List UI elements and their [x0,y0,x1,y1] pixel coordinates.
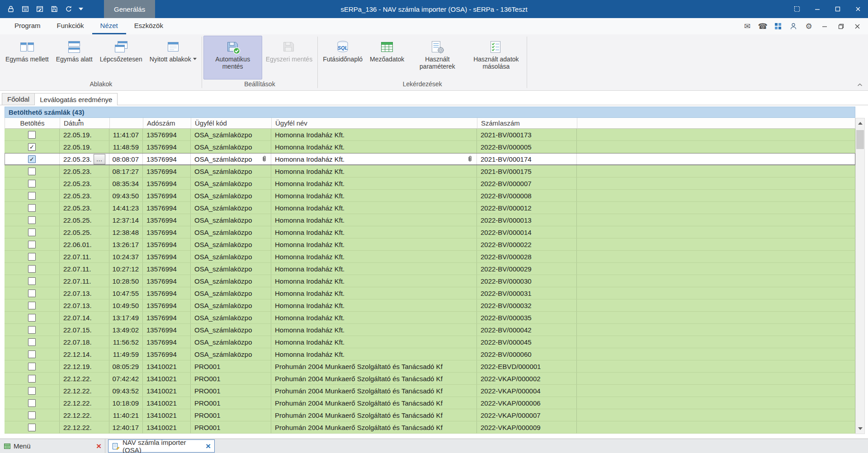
egymas-alatt-button[interactable]: Egymás alatt [52,36,96,79]
tab-fooldal[interactable]: Főoldal [2,93,35,105]
row-checkbox[interactable] [28,375,36,383]
table-row[interactable]: 22.12.22.10:18:0913410021PRO001Prohumán … [5,397,855,409]
table-row[interactable]: ✓22.05.19.11:48:5913576994OSA_számlaközp… [5,141,855,153]
egymas-mellett-button[interactable]: Egymás mellett [2,36,52,79]
mezoadatok-button[interactable]: Mezőadatok [366,36,408,79]
row-checkbox[interactable] [28,290,36,297]
tab-levalogatas-eredmenye[interactable]: Leválogatás eredménye [34,93,118,105]
fit-screen-icon[interactable] [787,0,807,18]
row-checkbox[interactable] [28,216,36,224]
row-options-button[interactable]: … [94,154,105,164]
nyitott-ablakok-button[interactable]: Nyitott ablakok [146,36,200,79]
column-header-adoszam[interactable]: Adószám [143,118,191,129]
close-nav-importer-tab-icon[interactable]: × [206,442,211,450]
maximize-button[interactable] [827,0,848,18]
table-row[interactable]: 22.05.25.12:38:4813576994OSA_számlaközpo… [5,226,855,238]
table-row[interactable]: ✓22.05.23.…08:08:0713576994OSA_számlaköz… [5,153,855,165]
child-restore-button[interactable] [835,21,846,31]
table-row[interactable]: 22.12.19.08:05:2913410021PRO001Prohumán … [5,360,855,373]
column-header-ugyfel-kod[interactable]: Ügyfél kód [191,118,272,129]
table-row[interactable]: 22.06.01.13:26:1713576994OSA_számlaközpo… [5,238,855,251]
generate-button[interactable]: Generálás [104,0,155,18]
table-row[interactable]: 22.07.13.10:47:5513576994OSA_számlaközpo… [5,287,855,299]
close-button[interactable] [848,0,868,18]
table-row[interactable]: 22.07.11.10:24:3713576994OSA_számlaközpo… [5,251,855,263]
row-checkbox[interactable] [28,131,36,139]
row-checkbox[interactable]: ✓ [28,143,36,151]
task-tab-nav-szamla-importer[interactable]: NAV számla importer (OSA) × [108,439,215,453]
row-checkbox[interactable] [28,338,36,346]
table-row[interactable]: 22.12.22.09:43:5213410021PRO001Prohumán … [5,385,855,397]
lock-icon[interactable] [5,3,17,15]
scroll-down-button[interactable] [856,425,864,433]
child-minimize-button[interactable] [819,21,830,31]
close-menu-tab-icon[interactable]: × [96,442,101,450]
menu-tab-eszkozok[interactable]: Eszközök [126,18,171,34]
hasznalt-parameterek-button[interactable]: Használt paraméterek [408,36,467,79]
row-checkbox[interactable] [28,302,36,309]
collapse-ribbon-icon[interactable] [857,83,863,87]
column-header-ugyfel-nev[interactable]: Ügyfél név [272,118,477,129]
table-row[interactable]: 22.05.19.11:41:0713576994OSA_számlaközpo… [5,129,855,141]
row-checkbox[interactable] [28,350,36,358]
app-grid-icon[interactable] [773,21,783,31]
refresh-icon[interactable] [62,3,75,15]
window-list-icon[interactable] [19,3,32,15]
phone-icon[interactable]: ☎ [758,21,768,31]
table-row[interactable]: 22.05.25.12:37:1413576994OSA_számlaközpo… [5,214,855,226]
table-row[interactable]: 22.05.23.09:43:5013576994OSA_számlaközpo… [5,190,855,202]
window-edit-icon[interactable] [33,3,46,15]
row-checkbox[interactable] [28,168,36,175]
table-row[interactable]: 22.12.22.11:40:2113410021PRO001Prohumán … [5,409,855,421]
table-row[interactable]: 22.07.18.11:56:5213576994OSA_számlaközpo… [5,336,855,348]
column-header-betoltes[interactable]: Betöltés [5,118,60,129]
hasznalt-adatok-masolasa-button[interactable]: Használt adatok másolása [467,36,525,79]
task-tab-menu[interactable]: Menü × [0,439,105,453]
save-icon[interactable] [48,3,61,15]
futasidonaplo-button[interactable]: SQL Futásidőnapló [319,36,366,79]
row-checkbox[interactable] [28,241,36,248]
row-checkbox[interactable] [28,204,36,212]
column-header-ido[interactable] [110,118,143,129]
row-checkbox[interactable] [28,265,36,273]
minimize-button[interactable] [807,0,827,18]
scrollbar-thumb[interactable] [856,130,864,149]
table-row[interactable]: 22.07.11.10:27:1213576994OSA_számlaközpo… [5,263,855,275]
user-icon[interactable] [788,21,798,31]
table-row[interactable]: 22.07.15.13:49:0213576994OSA_számlaközpo… [5,324,855,336]
quick-access-dropdown-icon[interactable] [77,3,85,15]
menu-tab-funkciok[interactable]: Funkciók [49,18,92,34]
table-row[interactable]: 22.07.14.13:17:4913576994OSA_számlaközpo… [5,312,855,324]
row-checkbox[interactable] [28,326,36,334]
table-row[interactable]: 22.12.22.12:40:1713410021PRO001Prohumán … [5,421,855,434]
menu-tab-program[interactable]: Program [6,18,49,34]
scroll-up-button[interactable] [856,119,864,127]
vertical-scrollbar[interactable] [855,118,865,434]
row-checkbox[interactable] [28,253,36,261]
table-row[interactable]: 22.05.23.14:41:2313576994OSA_számlaközpo… [5,202,855,214]
automatikus-mentes-button[interactable]: Automatikus mentés [203,36,262,79]
row-checkbox[interactable] [28,180,36,187]
table-row[interactable]: 22.05.23.08:35:3413576994OSA_számlaközpo… [5,177,855,190]
row-checkbox[interactable] [28,192,36,200]
row-checkbox[interactable] [28,229,36,236]
row-checkbox[interactable] [28,399,36,407]
lepcsozetesen-button[interactable]: Lépcsőzetesen [96,36,146,79]
row-checkbox[interactable] [28,424,36,431]
mail-icon[interactable]: ✉ [742,21,752,31]
row-checkbox[interactable] [28,277,36,285]
column-header-szamlaszam[interactable]: Számlaszám [477,118,577,129]
row-checkbox[interactable] [28,387,36,395]
table-row[interactable]: 22.07.13.10:49:5013576994OSA_számlaközpo… [5,299,855,312]
gear-icon[interactable]: ⚙ [804,21,814,31]
child-close-button[interactable] [852,21,863,31]
menu-tab-nezet[interactable]: Nézet [92,18,126,34]
row-checkbox[interactable] [28,411,36,419]
row-checkbox[interactable]: ✓ [28,155,36,163]
column-header-datum[interactable]: Dátum▲ [60,118,110,129]
table-row[interactable]: 22.07.11.10:28:5013576994OSA_számlaközpo… [5,275,855,287]
row-checkbox[interactable] [28,363,36,370]
table-row[interactable]: 22.05.23.08:17:2713576994OSA_számlaközpo… [5,165,855,177]
row-checkbox[interactable] [28,314,36,322]
table-row[interactable]: 22.12.22.07:42:4213410021PRO001Prohumán … [5,373,855,385]
